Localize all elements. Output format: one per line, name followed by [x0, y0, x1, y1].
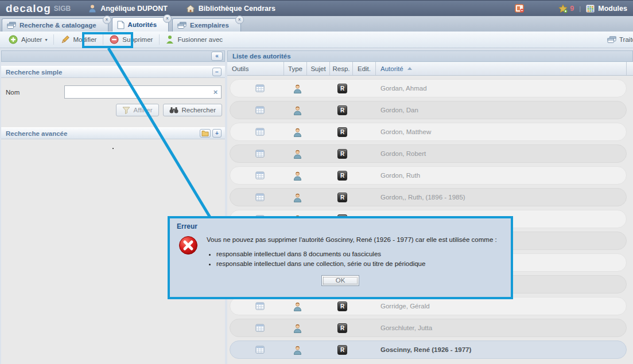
person-type-icon — [293, 106, 302, 115]
home-icon — [186, 5, 195, 13]
error-icon — [178, 236, 198, 270]
favorites-button[interactable]: 9 — [558, 4, 574, 13]
column-header-edit[interactable]: Edit. — [353, 62, 376, 75]
tab-close-button[interactable]: x — [103, 15, 111, 24]
responsible-badge: R — [337, 149, 347, 159]
list-item[interactable]: R Goscinny, René (1926 - 1977) — [230, 340, 627, 359]
list-item[interactable]: R Gorridge, Gérald — [230, 297, 627, 315]
column-header-outils[interactable]: Outils — [227, 62, 284, 75]
person-type-icon — [293, 150, 302, 159]
column-header-autorite-label: Autorité — [380, 65, 403, 72]
error-reason: responsable intellectuel dans 8 document… — [216, 250, 497, 259]
topbar-right-group: 9 | Modules — [515, 4, 627, 13]
logout-button[interactable] — [515, 4, 525, 13]
responsible-badge: R — [337, 345, 347, 355]
authority-name: Gordan, Ahmad — [380, 85, 427, 92]
table-tools-icon[interactable] — [255, 346, 265, 354]
current-library[interactable]: Bibliothèque Cendrars — [186, 5, 275, 13]
name-input[interactable] — [64, 85, 222, 99]
table-tools-icon[interactable] — [255, 302, 265, 310]
person-type-icon — [293, 84, 302, 93]
person-type-icon — [293, 346, 302, 355]
merge-button-label: Fusionner avec — [177, 36, 223, 43]
tab-exemplaires[interactable]: Exemplaires x — [172, 18, 241, 32]
list-item[interactable]: R Gordon, Robert — [230, 144, 627, 163]
add-button-label: Ajouter — [21, 36, 42, 43]
error-reasons-list: responsable intellectuel dans 8 document… — [216, 250, 497, 269]
list-item[interactable]: R Gordon,, Ruth, (1896 - 1985) — [230, 188, 627, 206]
user-avatar-icon — [88, 4, 97, 13]
merge-person-icon — [166, 35, 174, 44]
top-bar: decalog SIGB Angélique DUPONT Bibliothèq… — [0, 0, 633, 16]
authorities-header-strip: Liste des autorités — [227, 50, 633, 62]
annotation-highlight-box — [82, 32, 133, 48]
folder-icon[interactable] — [200, 129, 211, 138]
table-tools-icon[interactable] — [255, 193, 265, 201]
responsible-badge: R — [337, 323, 347, 333]
person-type-icon — [293, 193, 302, 202]
minimize-section-button[interactable]: − — [212, 68, 222, 76]
binoculars-icon — [169, 107, 178, 113]
simple-search-header: Recherche simple − — [1, 66, 225, 78]
tab-recherche-catalogage[interactable]: Recherche & catalogage x — [2, 18, 108, 32]
batch-processing-button[interactable]: Traite — [607, 32, 633, 48]
modules-grid-icon — [586, 5, 595, 13]
column-header-type[interactable]: Type — [284, 62, 307, 75]
current-library-label: Bibliothèque Cendrars — [199, 5, 275, 13]
tab-autorites[interactable]: Autorités x — [112, 17, 169, 32]
authority-name: Gorschluter, Jutta — [380, 324, 432, 331]
ok-button[interactable]: OK — [321, 275, 359, 286]
search-panel: « Recherche simple − Nom × Affiner Reche… — [1, 50, 225, 364]
table-tools-icon[interactable] — [255, 128, 265, 136]
person-type-icon — [293, 302, 302, 311]
batch-processing-label: Traite — [619, 36, 633, 43]
document-icon — [117, 21, 125, 29]
speck — [112, 148, 114, 149]
list-item[interactable]: R Gordan, Ahmad — [230, 79, 627, 97]
authority-name: Gordon,, Ruth, (1896 - 1985) — [380, 194, 465, 201]
column-header-sujet[interactable]: Sujet — [307, 62, 330, 75]
person-type-icon — [293, 171, 302, 181]
current-user[interactable]: Angélique DUPONT — [88, 4, 168, 13]
table-tools-icon[interactable] — [255, 324, 265, 332]
star-icon — [558, 4, 568, 13]
table-tools-icon[interactable] — [255, 84, 265, 92]
stacked-windows-icon — [607, 36, 616, 44]
list-item[interactable]: R Gordon, Dan — [230, 101, 627, 119]
authority-name: Gordon, Dan — [380, 107, 418, 113]
collapse-panel-button[interactable]: « — [211, 52, 223, 61]
modules-label: Modules — [598, 5, 627, 13]
responsible-badge: R — [337, 127, 347, 137]
authorities-panel: Liste des autorités Outils Type Sujet Re… — [227, 50, 633, 364]
table-tools-icon[interactable] — [255, 106, 265, 114]
error-message: Vous ne pouvez pas supprimer l'autorité … — [207, 236, 497, 245]
merge-button[interactable]: Fusionner avec — [160, 32, 229, 48]
search-button[interactable]: Rechercher — [163, 104, 222, 116]
column-header-resp[interactable]: Resp. — [330, 62, 353, 75]
clear-input-icon[interactable]: × — [211, 88, 220, 96]
tab-close-button[interactable]: x — [163, 14, 172, 23]
favorites-count: 9 — [570, 5, 574, 13]
add-button[interactable]: Ajouter ▾ — [2, 32, 53, 48]
table-tools-icon[interactable] — [255, 171, 265, 179]
tab-label: Recherche & catalogage — [20, 22, 96, 29]
responsible-badge: R — [337, 105, 347, 115]
tab-close-button[interactable]: x — [235, 15, 244, 24]
person-type-icon — [293, 324, 302, 333]
search-button-label: Rechercher — [182, 107, 216, 113]
add-section-button[interactable]: + — [212, 129, 222, 138]
list-item[interactable]: R Gorschluter, Jutta — [230, 319, 627, 337]
authority-name: Gordon, Ruth — [380, 172, 420, 179]
pencil-icon — [60, 35, 69, 44]
table-tools-icon[interactable] — [255, 150, 265, 158]
stacked-windows-icon — [7, 22, 16, 29]
plus-circle-icon — [9, 35, 18, 44]
search-panel-header-strip: « — [1, 50, 225, 62]
refine-button[interactable]: Affiner — [116, 104, 159, 116]
list-item[interactable]: R Gordon, Matthew — [230, 123, 627, 141]
modules-button[interactable]: Modules — [586, 5, 627, 13]
column-header-autorite[interactable]: Autorité — [376, 62, 627, 75]
panel-spacer — [1, 62, 225, 66]
error-dialog-title: Erreur — [177, 222, 504, 230]
list-item[interactable]: R Gordon, Ruth — [230, 166, 627, 185]
